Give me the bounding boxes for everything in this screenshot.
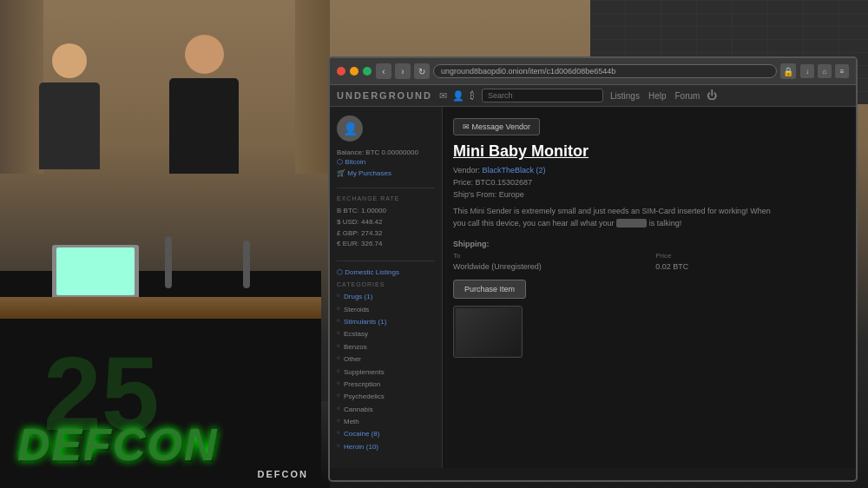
category-item: Prescription	[337, 379, 435, 391]
bitcoin-icon[interactable]: ₿	[470, 90, 475, 101]
vendor-rating: (2)	[536, 166, 546, 175]
usd-rate: $ USD: 448.42	[337, 217, 435, 228]
presenter-1	[17, 43, 122, 217]
domestic-listings-section: ⬡ Domestic Listings CATEGORIES Drugs (1)…	[337, 260, 435, 453]
product-title-prefix: Mini	[453, 142, 489, 160]
forum-link[interactable]: Forum	[674, 91, 700, 101]
download-icon[interactable]: ↓	[800, 64, 814, 78]
browser-window: ‹ › ↻ unground8baopdi0.onion/item/c1d006…	[328, 56, 858, 482]
ships-value: Europe	[499, 190, 524, 199]
maximize-button[interactable]	[363, 67, 372, 76]
conference-table	[0, 297, 321, 319]
back-button[interactable]: ‹	[376, 63, 391, 79]
left-sidebar: 👤 Balance: BTC 0.00000000 ⬡ Bitcoin 🛒 My…	[330, 107, 443, 468]
help-link[interactable]: Help	[648, 91, 667, 101]
vendor-info: Vendor: BlackTheBlack (2)	[453, 166, 845, 175]
vendor-name[interactable]: BlackTheBlack	[483, 166, 535, 175]
gbp-rate: £ GBP: 274.32	[337, 228, 435, 240]
category-item: Benzos	[337, 341, 435, 353]
domestic-listings-link[interactable]: ⬡ Domestic Listings	[337, 268, 435, 276]
minimize-button[interactable]	[350, 67, 358, 76]
search-input[interactable]	[482, 89, 603, 102]
category-item: Meth	[337, 416, 435, 428]
site-logo: UNDERGROUND	[337, 90, 432, 101]
site-toolbar: UNDERGROUND ✉ 👤 ₿ Listings Help Forum ⏻	[330, 85, 856, 107]
category-item[interactable]: Drugs (1)	[337, 291, 435, 303]
defcon-logo: DEFCON	[17, 419, 219, 471]
main-product-content: ✉ Message Vendor Mini Baby Monitor Vendo…	[443, 107, 856, 468]
product-title-underline: Baby Monitor	[489, 142, 589, 160]
browser-titlebar: ‹ › ↻ unground8baopdi0.onion/item/c1d006…	[330, 58, 856, 85]
exchange-rate-values: B BTC: 1.00000 $ USD: 448.42 £ GBP: 274.…	[337, 206, 435, 250]
shipping-title: Shipping:	[453, 240, 845, 248]
microphone-1	[165, 236, 172, 288]
bitcoin-link[interactable]: ⬡ Bitcoin	[337, 158, 435, 166]
menu-icon[interactable]: ≡	[835, 64, 849, 78]
user-avatar: 👤	[337, 115, 363, 142]
close-button[interactable]	[337, 67, 345, 76]
category-item[interactable]: Heroin (10)	[337, 441, 435, 453]
ships-label: Ship's From:	[453, 190, 496, 199]
description-suffix: is talking!	[649, 219, 682, 228]
presenter-1-body	[39, 82, 100, 169]
shipping-row: Worldwide (Unregistered) 0.02 BTC	[453, 262, 757, 271]
shipping-table: To Price Worldwide (Unregistered) 0.02 B…	[453, 252, 757, 271]
price-value: BTC0.15302687	[476, 178, 533, 187]
envelope-icon[interactable]: ✉	[439, 90, 447, 102]
purchase-button[interactable]: Purchase Item	[453, 280, 526, 299]
price-label: Price:	[453, 178, 473, 187]
shipping-destination: Worldwide (Unregistered)	[453, 262, 655, 271]
btc-rate: B BTC: 1.00000	[337, 206, 435, 217]
category-item: Steroids	[337, 304, 435, 316]
security-icon: 🔒	[780, 63, 796, 79]
home-icon[interactable]: ⌂	[818, 64, 832, 78]
presenter-2	[139, 35, 269, 226]
purchases-link[interactable]: 🛒 My Purchases	[337, 169, 435, 177]
laptop	[52, 245, 139, 301]
presenter-2-body	[169, 78, 239, 174]
toolbar-icons: ✉ 👤 ₿	[439, 90, 475, 102]
message-vendor-button[interactable]: ✉ Message Vendor	[453, 118, 540, 135]
product-description: This Mini Sender is extremely small and …	[453, 206, 783, 229]
redacted-text: ■■■■■	[616, 219, 647, 228]
balance-label: Balance: BTC 0.00000000	[337, 148, 435, 156]
product-title: Mini Baby Monitor	[453, 142, 845, 161]
forward-button[interactable]: ›	[395, 63, 411, 79]
browser-content: 👤 Balance: BTC 0.00000000 ⬡ Bitcoin 🛒 My…	[330, 107, 856, 468]
category-item: Supplements	[337, 366, 435, 379]
vendor-label: Vendor:	[453, 166, 480, 175]
exchange-rate-title: EXCHANGE RATE	[337, 195, 435, 201]
category-item[interactable]: Stimulants (1)	[337, 316, 435, 328]
address-bar[interactable]: unground8baopdi0.onion/item/c1d006d08be6…	[433, 64, 777, 78]
exchange-rate-section: EXCHANGE RATE B BTC: 1.00000 $ USD: 448.…	[337, 188, 435, 250]
shipping-price: 0.02 BTC	[655, 262, 757, 271]
browser-action-icons: ↓ ⌂ ≡	[800, 64, 849, 78]
toolbar-links: Listings Help Forum	[610, 91, 700, 101]
product-image	[453, 306, 523, 358]
category-item: Cannabis	[337, 404, 435, 416]
category-item: Ecstasy	[337, 328, 435, 340]
power-icon[interactable]: ⏻	[707, 89, 717, 102]
eur-rate: € EUR: 326.74	[337, 239, 435, 250]
shipping-header: To Price	[453, 252, 757, 260]
reload-button[interactable]: ↻	[414, 63, 430, 79]
defcon-corner-text: DEFCON	[258, 469, 308, 479]
product-image-placeholder	[456, 308, 521, 356]
price-info: Price: BTC0.15302687	[453, 178, 845, 187]
presenter-2-head	[185, 35, 224, 74]
listings-link[interactable]: Listings	[610, 91, 640, 101]
ships-from-info: Ship's From: Europe	[453, 190, 845, 199]
user-icon[interactable]: 👤	[452, 90, 464, 102]
shipping-price-header: Price	[655, 252, 757, 260]
presenters-area	[0, 17, 321, 295]
categories-list: Drugs (1)SteroidsStimulants (1)EcstasyBe…	[337, 291, 435, 453]
category-item: Other	[337, 353, 435, 366]
presenter-1-head	[52, 43, 87, 78]
microphone-2	[243, 241, 250, 288]
category-item[interactable]: Cocaine (8)	[337, 428, 435, 440]
laptop-screen	[56, 247, 135, 295]
browser-nav: ‹ › ↻ unground8baopdi0.onion/item/c1d006…	[376, 63, 796, 79]
shipping-to-header: To	[453, 252, 655, 260]
categories-title: CATEGORIES	[337, 281, 435, 287]
description-text: This Mini Sender is extremely small and …	[453, 207, 771, 228]
